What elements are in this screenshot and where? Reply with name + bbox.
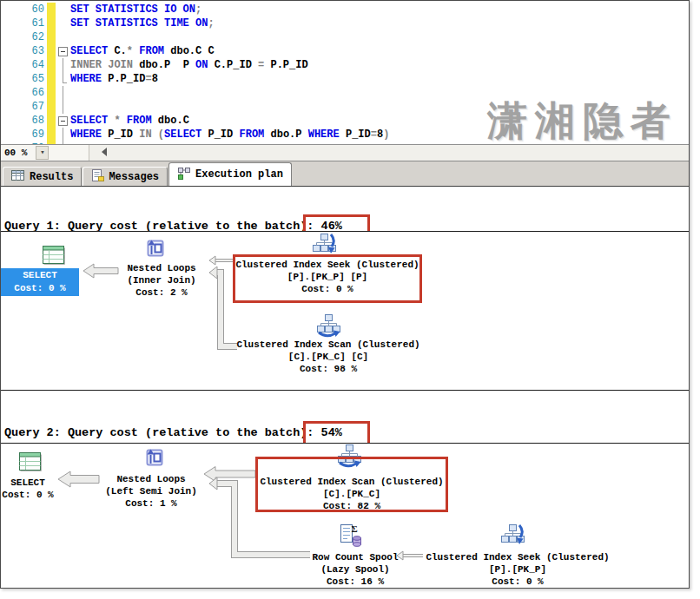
line-number: 61: [1, 16, 47, 30]
tab-execution-plan[interactable]: Execution plan: [168, 162, 292, 186]
line-number: 66: [1, 86, 47, 100]
line-number: 63: [1, 44, 47, 58]
line-number: 69: [1, 128, 47, 142]
change-tracking-bar: [47, 114, 56, 128]
fold-margin: [56, 100, 70, 114]
change-tracking-bar: [47, 128, 56, 142]
line-number: 60: [1, 3, 47, 16]
query2-plan-canvas[interactable]: SELECTCost: 0 %Nested Loops(Left Semi Jo…: [1, 443, 689, 589]
sql-editor[interactable]: 60SET STATISTICS IO ON;61SET STATISTICS …: [1, 1, 689, 145]
results-tabstrip: ResultsMessagesExecution plan: [1, 161, 689, 187]
change-tracking-bar: [47, 86, 56, 100]
execplan-icon: [177, 167, 191, 183]
code-text: SELECT C.* FROM dbo.C C: [70, 44, 689, 58]
change-tracking-bar: [47, 44, 56, 58]
query2-title: Query 2: Query cost (relative to the bat…: [4, 426, 307, 439]
editor-statusbar: 00 % ▾: [1, 145, 689, 161]
code-text: SELECT * FROM dbo.C: [70, 114, 689, 128]
fold-margin: [56, 58, 70, 72]
zoom-control[interactable]: 00 % ▾: [1, 145, 89, 161]
change-tracking-bar: [47, 30, 56, 44]
query1-header: Query 1: Query cost (relative to the bat…: [1, 187, 689, 231]
nested-loops-node[interactable]: Nested Loops(Left Semi Join)Cost: 1 %: [47, 473, 255, 510]
highlight-rect: [255, 457, 448, 512]
query2-header: Query 2: Query cost (relative to the bat…: [1, 390, 689, 443]
line-number: 64: [1, 58, 47, 72]
code-text: [70, 86, 689, 100]
change-tracking-bar: [47, 100, 56, 114]
query1-cost-line: Query 1: Query cost (relative to the bat…: [4, 219, 689, 231]
scroll-left-icon[interactable]: [102, 148, 107, 156]
code-text: SET STATISTICS TIME ON;: [70, 16, 689, 30]
code-text: WHERE P.P_ID=8: [70, 72, 689, 86]
fold-margin: [56, 30, 70, 44]
select-result-icon: [17, 451, 43, 477]
query1-title: Query 1: Query cost (relative to the bat…: [4, 220, 307, 231]
tab-label: Messages: [109, 171, 159, 183]
svg-text:Σ: Σ: [352, 523, 358, 534]
fold-collapse-icon[interactable]: [56, 44, 70, 58]
results-icon: [11, 169, 25, 185]
line-number: 62: [1, 30, 47, 44]
tab-messages[interactable]: Messages: [83, 167, 168, 186]
code-line[interactable]: 60SET STATISTICS IO ON;: [1, 3, 689, 16]
query1-cost-value: : 46%: [307, 220, 342, 231]
fold-margin: [56, 3, 70, 16]
code-line[interactable]: 69WHERE P_ID IN (SELECT P_ID FROM dbo.P …: [1, 128, 689, 142]
highlight-rect: [233, 254, 422, 303]
line-number: 67: [1, 100, 47, 114]
code-text: WHERE P_ID IN (SELECT P_ID FROM dbo.P WH…: [70, 128, 689, 142]
query1-plan-canvas[interactable]: SELECTCost: 0 %Nested Loops(Inner Join)C…: [1, 231, 689, 390]
query2-cost-line: Query 2: Query cost (relative to the bat…: [4, 425, 689, 441]
code-text: INNER JOIN dbo.P P ON C.P_ID = P.P_ID: [70, 58, 689, 72]
query2-cost-highlight-rect: : 54%: [307, 425, 342, 441]
chevron-down-icon[interactable]: ▾: [36, 146, 49, 160]
fold-margin: [56, 142, 70, 145]
code-line[interactable]: 63SELECT C.* FROM dbo.C C: [1, 44, 689, 58]
code-line[interactable]: 66: [1, 86, 689, 100]
clustered-index-scan-node[interactable]: Clustered Index Scan (Clustered)[C].[PK_…: [224, 339, 433, 375]
code-line[interactable]: 61SET STATISTICS TIME ON;: [1, 16, 689, 30]
line-number: 70: [1, 142, 47, 145]
change-tracking-bar: [47, 72, 56, 86]
clustered-index-seek-icon: [500, 523, 525, 552]
horizontal-scrollbar[interactable]: [89, 145, 689, 161]
line-number: 65: [1, 72, 47, 86]
tab-label: Execution plan: [195, 168, 283, 181]
change-tracking-bar: [47, 142, 56, 145]
code-line[interactable]: 67: [1, 100, 689, 114]
execution-plan-pane: Query 1: Query cost (relative to the bat…: [1, 187, 689, 589]
change-tracking-bar: [47, 16, 56, 30]
fold-margin: [56, 72, 70, 86]
tab-label: Results: [30, 171, 73, 183]
code-line[interactable]: 62: [1, 30, 689, 44]
code-line[interactable]: 64INNER JOIN dbo.P P ON C.P_ID = P.P_ID: [1, 58, 689, 72]
code-text: [70, 100, 689, 114]
nested-loops-icon: [143, 446, 166, 473]
row-count-spool-icon: Σ: [339, 523, 363, 552]
tab-results[interactable]: Results: [3, 167, 82, 186]
code-line[interactable]: 65WHERE P.P_ID=8: [1, 72, 689, 86]
nested-loops-icon: [144, 237, 167, 264]
code-text: [70, 30, 689, 44]
query2-cost-value: : 54%: [307, 426, 342, 439]
code-line[interactable]: 68SELECT * FROM dbo.C: [1, 114, 689, 128]
change-tracking-bar: [47, 58, 56, 72]
fold-margin: [56, 16, 70, 30]
zoom-value: 00 %: [4, 148, 27, 158]
fold-margin: [56, 128, 70, 142]
code-text: SET STATISTICS IO ON;: [70, 3, 689, 16]
fold-margin: [56, 86, 70, 100]
clustered-index-seek-node[interactable]: Clustered Index Seek (Clustered)[P].[PK_…: [413, 551, 622, 588]
ssms-window: 60SET STATISTICS IO ON;61SET STATISTICS …: [0, 0, 690, 589]
query1-cost-highlight-rect: : 46%: [307, 219, 342, 231]
messages-icon: [91, 169, 104, 185]
line-number: 68: [1, 114, 47, 128]
change-tracking-bar: [47, 3, 56, 16]
fold-collapse-icon[interactable]: [56, 114, 70, 128]
